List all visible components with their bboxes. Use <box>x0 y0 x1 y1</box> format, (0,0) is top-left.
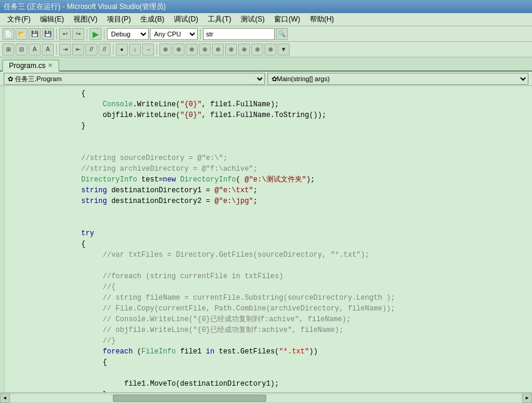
scroll-left-btn[interactable]: ◄ <box>0 393 10 403</box>
code-line: file1.MoveTo(destinationDirectory1); <box>10 379 527 389</box>
menu-project[interactable]: 项目(P) <box>102 13 136 26</box>
menu-tools[interactable]: 工具(T) <box>203 13 236 26</box>
scroll-right-btn[interactable]: ► <box>522 393 532 403</box>
search-input[interactable] <box>203 28 275 40</box>
code-line <box>10 368 527 379</box>
menu-help[interactable]: 帮助(H) <box>305 13 339 26</box>
debug-config-select[interactable]: Debug Release <box>107 28 149 40</box>
save-all-btn[interactable]: 💾 <box>42 28 54 40</box>
scroll-thumb[interactable] <box>113 395 266 402</box>
title-text: 任务三 (正在运行) - Microsoft Visual Studio(管理员… <box>4 2 166 12</box>
comment-btn[interactable]: // <box>85 44 97 56</box>
code-line: { <box>10 357 527 368</box>
start-btn[interactable]: ▶ <box>90 28 102 40</box>
menu-window[interactable]: 窗口(W) <box>269 13 305 26</box>
code-line <box>10 217 527 228</box>
scroll-track[interactable] <box>11 395 521 402</box>
menu-edit[interactable]: 编辑(E) <box>35 13 69 26</box>
redo-btn[interactable]: ↪ <box>72 28 84 40</box>
code-line <box>10 207 527 217</box>
code-line: //string archiveDirectory = @"f:\achive"… <box>10 164 527 174</box>
method-nav-select[interactable]: ✿Main(string[] args) <box>267 73 529 85</box>
platform-select[interactable]: Any CPU <box>150 28 198 40</box>
code-line: // File.Copy(currentFile, Path.Combine(a… <box>10 303 527 314</box>
extra7-btn[interactable]: ⊕ <box>238 44 250 56</box>
code-line: } <box>10 121 527 131</box>
code-line: { <box>10 88 527 99</box>
code-line: } <box>10 389 527 392</box>
code-line: //} <box>10 336 527 346</box>
tsep3 <box>156 44 157 55</box>
code-line: //{ <box>10 282 527 293</box>
code-line: // Console.WriteLine("{0}已经成功复制到f:achive… <box>10 314 527 325</box>
tsep1 <box>56 44 57 55</box>
step2-btn[interactable]: → <box>142 44 154 56</box>
tab-label: Program.cs <box>9 61 45 70</box>
code-line: //string sourceDirectory = @"e:\"; <box>10 153 527 164</box>
code-line: DirectoryInfo test=new DirectoryInfo( @"… <box>10 174 527 185</box>
code-line: // string fileName = currentFile.Substri… <box>10 293 527 303</box>
code-line: string destinationDirectory2 = @"e:\jpg"… <box>10 196 527 207</box>
open-btn[interactable]: 📂 <box>16 28 27 40</box>
extra8-btn[interactable]: ⊕ <box>251 44 263 56</box>
save-btn[interactable]: 💾 <box>29 28 41 40</box>
code-line: // objfile.WriteLine("{0}已经成功复制f:achive"… <box>10 325 527 336</box>
tab-close-icon[interactable]: ✕ <box>48 62 53 69</box>
toolbar2: ⊞ ⊟ A A ⇥ ⇤ // // ● ↓ → ⊕ ⊕ ⊕ ⊕ ⊕ ⊕ ⊕ ⊕ … <box>0 42 532 57</box>
menu-view[interactable]: 视图(V) <box>69 13 102 26</box>
menu-build[interactable]: 生成(B) <box>136 13 169 26</box>
sep4 <box>200 29 201 39</box>
title-bar: 任务三 (正在运行) - Microsoft Visual Studio(管理员… <box>0 0 532 13</box>
format-btn2[interactable]: ⊟ <box>16 44 27 56</box>
code-line: //var txtFiles = Directory.GetFiles(sour… <box>10 250 527 260</box>
extra5-btn[interactable]: ⊕ <box>212 44 224 56</box>
code-line <box>10 131 527 142</box>
code-line: foreach (FileInfo file1 in test.GetFiles… <box>10 346 527 357</box>
code-line: try <box>10 228 527 239</box>
format-btn3[interactable]: A <box>29 44 41 56</box>
menu-bar: 文件(F) 编辑(E) 视图(V) 项目(P) 生成(B) 调试(D) 工具(T… <box>0 13 532 26</box>
bottom-scrollbar: ◄ ► <box>0 392 532 403</box>
margin-indicator <box>0 86 5 392</box>
sep1 <box>56 29 57 39</box>
sep3 <box>104 29 104 39</box>
class-nav-select[interactable]: ✿ 任务三.Program <box>4 73 265 85</box>
tab-bar: Program.cs ✕ <box>0 57 532 72</box>
menu-file[interactable]: 文件(F) <box>2 13 35 26</box>
code-line: string destinationDirectory1 = @"e:\txt"… <box>10 185 527 196</box>
code-line <box>10 142 527 153</box>
unindent-btn[interactable]: ⇤ <box>72 44 84 56</box>
menu-debug[interactable]: 调试(D) <box>169 13 203 26</box>
code-line: { <box>10 239 527 250</box>
tab-program-cs[interactable]: Program.cs ✕ <box>2 60 59 72</box>
search-btn[interactable]: 🔍 <box>276 28 288 40</box>
indent-btn[interactable]: ⇥ <box>59 44 71 56</box>
sep2 <box>87 29 87 39</box>
code-line <box>10 260 527 271</box>
extra6-btn[interactable]: ⊕ <box>225 44 237 56</box>
nav-bar: ✿ 任务三.Program ✿Main(string[] args) <box>0 72 532 86</box>
code-line: objfile.WriteLine("{0}", file1.FullName.… <box>10 110 527 121</box>
extra4-btn[interactable]: ⊕ <box>199 44 211 56</box>
new-file-btn[interactable]: 📄 <box>2 28 14 40</box>
code-line: Console.WriteLine("{0}", file1.FullName)… <box>10 99 527 110</box>
extra2-btn[interactable]: ⊕ <box>173 44 184 56</box>
code-editor[interactable]: { Console.WriteLine("{0}", file1.FullNam… <box>5 86 532 392</box>
toolbar1: 📄 📂 💾 💾 ↩ ↪ ▶ Debug Release Any CPU 🔍 <box>0 26 532 42</box>
extra1-btn[interactable]: ⊕ <box>159 44 171 56</box>
uncomment-btn[interactable]: // <box>99 44 110 56</box>
extra3-btn[interactable]: ⊕ <box>186 44 198 56</box>
step-btn[interactable]: ↓ <box>129 44 141 56</box>
extra9-btn[interactable]: ⊕ <box>265 44 276 56</box>
tsep2 <box>113 44 113 55</box>
extra10-btn[interactable]: ▼ <box>278 44 290 56</box>
undo-btn[interactable]: ↩ <box>59 28 71 40</box>
code-line: //foreach (string currentFile in txtFile… <box>10 271 527 282</box>
bp-btn[interactable]: ● <box>116 44 128 56</box>
menu-test[interactable]: 测试(S) <box>236 13 269 26</box>
format-btn1[interactable]: ⊞ <box>2 44 14 56</box>
format-btn4[interactable]: A <box>42 44 54 56</box>
code-area: { Console.WriteLine("{0}", file1.FullNam… <box>0 86 532 392</box>
